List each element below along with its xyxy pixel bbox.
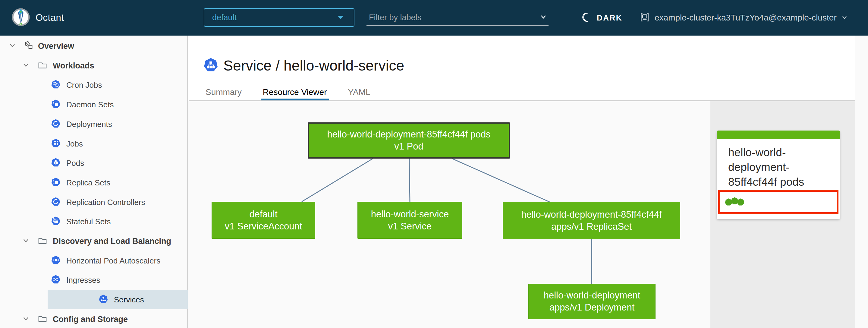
sidebar-item-label: Config and Storage	[53, 315, 128, 324]
tab-resource-viewer[interactable]: Resource Viewer	[261, 86, 329, 100]
sidebar-item-daemon-sets[interactable]: Daemon Sets	[0, 95, 188, 114]
page-gutter	[855, 36, 868, 328]
service-icon	[99, 295, 108, 305]
sidebar-item-overview[interactable]: Overview	[0, 36, 188, 56]
octant-logo-icon	[11, 8, 30, 28]
chevron-down-icon[interactable]	[21, 60, 31, 71]
chevron-down-icon	[841, 13, 848, 22]
statefulset-icon	[51, 216, 60, 227]
sidebar-item-config-and-storage[interactable]: Config and Storage	[0, 309, 188, 328]
theme-toggle-label: DARK	[597, 13, 622, 23]
tab-divider	[189, 100, 855, 101]
sidebar-item-stateful-sets[interactable]: Stateful Sets	[0, 212, 188, 231]
sidebar-item-label: Daemon Sets	[66, 100, 114, 110]
sidebar-item-label: Stateful Sets	[66, 217, 111, 227]
page-title-row: Service / hello-world-service	[204, 57, 404, 74]
sidebar-item-pods[interactable]: Pods	[0, 153, 188, 173]
chevron-down-icon	[338, 16, 344, 19]
folder-icon	[37, 314, 48, 325]
chevron-down-icon[interactable]	[21, 236, 31, 247]
label-filter-placeholder: Filter by labels	[369, 13, 538, 22]
sidebar-item-replication-controllers[interactable]: Replication Controllers	[0, 192, 188, 212]
service-kind-icon	[204, 58, 218, 73]
sidebar-item-deployments[interactable]: Deployments	[0, 115, 188, 134]
chevron-down-icon[interactable]	[538, 12, 549, 23]
graph-node-replicaset[interactable]: hello-world-deployment-85ff4cf44fapps/v1…	[503, 202, 680, 239]
resource-detail-card[interactable]: hello-world-deployment-85ff4cf44f pods	[717, 130, 840, 219]
sidebar-item-label: Pods	[66, 158, 84, 168]
graph-node-pod[interactable]: hello-world-deployment-85ff4cf44f podsv1…	[308, 122, 510, 158]
sidebar-item-services[interactable]: Services	[48, 290, 188, 309]
pod-ok-icon	[737, 198, 744, 206]
tab-yaml[interactable]: YAML	[346, 86, 372, 100]
replicaset-icon	[51, 178, 60, 188]
moon-icon	[581, 12, 592, 24]
sidebar-item-label: Overview	[38, 41, 74, 51]
card-status-bar	[717, 130, 840, 139]
cluster-icon	[639, 11, 650, 24]
cluster-context-selector[interactable]: example-cluster-ka3TuTzYo4a@example-clus…	[639, 0, 848, 36]
sidebar-item-label: Replication Controllers	[66, 198, 145, 207]
daemonset-icon	[51, 99, 60, 110]
folder-icon	[37, 235, 48, 247]
sidebar-item-label: Ingresses	[66, 275, 100, 285]
sidebar-item-label: Cron Jobs	[66, 81, 102, 90]
deployment-icon	[51, 119, 60, 129]
chevron-down-icon[interactable]	[7, 41, 17, 52]
applications-icon	[23, 40, 34, 52]
sidebar-item-label: Jobs	[66, 139, 83, 149]
graph-node-service[interactable]: hello-world-servicev1 Service	[358, 202, 462, 239]
sidebar-item-label: Services	[114, 295, 144, 304]
pod-icon	[51, 158, 60, 168]
sidebar-item-workloads[interactable]: Workloads	[0, 56, 188, 76]
cluster-context-name: example-cluster-ka3TuTzYo4a@example-clus…	[655, 13, 837, 23]
sidebar-item-label: Horizontal Pod Autoscalers	[66, 256, 160, 266]
graph-node-deployment[interactable]: hello-world-deploymentapps/v1 Deployment	[528, 284, 655, 319]
tab-bar: SummaryResource ViewerYAML	[204, 86, 372, 100]
hpa-icon	[51, 256, 60, 266]
namespace-selector[interactable]: default	[204, 8, 354, 27]
folder-icon	[37, 60, 48, 71]
sidebar-item-label: Discovery and Load Balancing	[53, 237, 171, 246]
replicationcontroller-icon	[51, 197, 60, 207]
sidebar-item-jobs[interactable]: Jobs	[0, 134, 188, 153]
sidebar-item-discovery-and-load-balancing[interactable]: Discovery and Load Balancing	[0, 232, 188, 251]
label-filter-input[interactable]: Filter by labels	[367, 10, 549, 26]
ingress-icon	[51, 275, 60, 285]
sidebar: OverviewWorkloadsCron JobsDaemon SetsDep…	[0, 36, 188, 328]
sidebar-item-horizontal-pod-autoscalers[interactable]: Horizontal Pod Autoscalers	[0, 251, 188, 270]
chevron-down-icon[interactable]	[21, 314, 31, 325]
tab-summary[interactable]: Summary	[204, 86, 244, 100]
sidebar-item-label: Workloads	[53, 61, 94, 70]
sidebar-item-label: Deployments	[66, 120, 112, 129]
octant-app: Octant default Filter by labels DARK	[0, 0, 868, 328]
pod-status-dots	[725, 198, 743, 206]
namespace-value: default	[212, 13, 338, 22]
pod-status-highlight[interactable]	[718, 190, 838, 214]
app-title: Octant	[36, 12, 64, 23]
sidebar-item-label: Replica Sets	[66, 178, 110, 187]
header: Octant default Filter by labels DARK	[0, 0, 868, 36]
sidebar-item-replica-sets[interactable]: Replica Sets	[0, 173, 188, 192]
job-icon	[51, 139, 60, 149]
cronjob-icon	[51, 80, 60, 90]
card-title: hello-world-deployment-85ff4cf44f pods	[728, 145, 828, 189]
theme-toggle-button[interactable]: DARK	[581, 0, 622, 36]
brand: Octant	[11, 0, 64, 36]
graph-node-serviceaccount[interactable]: defaultv1 ServiceAccount	[212, 202, 315, 239]
page-title: Service / hello-world-service	[223, 57, 404, 74]
sidebar-item-cron-jobs[interactable]: Cron Jobs	[0, 76, 188, 95]
sidebar-item-ingresses[interactable]: Ingresses	[0, 270, 188, 290]
